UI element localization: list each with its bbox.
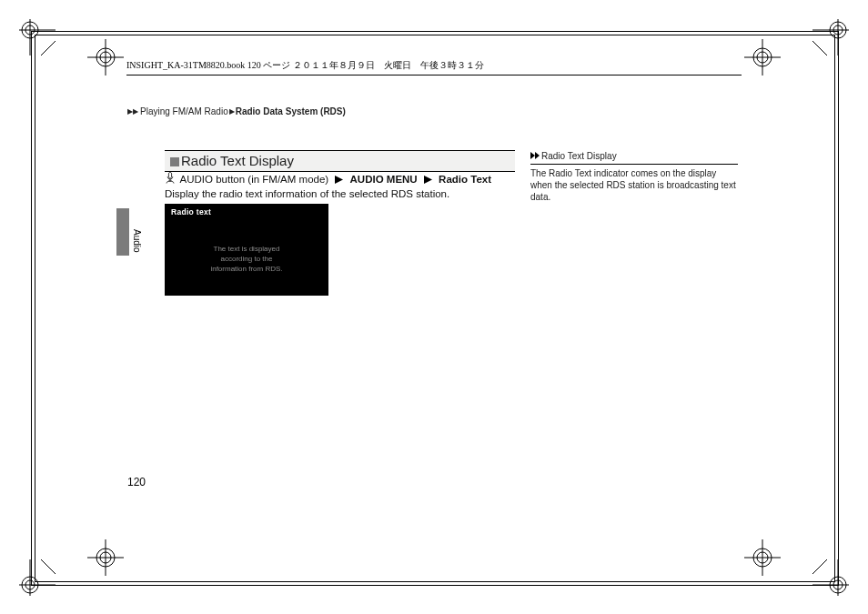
note-arrow-icon [530, 151, 540, 161]
breadcrumb-level-1: Playing FM/AM Radio [140, 106, 228, 116]
svg-marker-37 [424, 176, 432, 184]
sidebar-body-text: The Radio Text indicator comes on the di… [530, 167, 738, 203]
sidebar-heading: Radio Text Display [530, 151, 738, 165]
book-metadata-line: INSIGHT_KA-31TM8820.book 120 ページ ２０１１年８月… [126, 59, 742, 75]
triangle-right-icon [424, 175, 432, 186]
screenshot-label: Radio text [171, 207, 211, 216]
section-heading-text: Radio Text Display [181, 153, 294, 168]
procedure-line: AUDIO button (in FM/AM mode) AUDIO MENU … [165, 172, 491, 186]
breadcrumb: ▶▶Playing FM/AM Radio▶Radio Data System … [127, 106, 346, 116]
section-marker-icon [170, 157, 179, 166]
section-heading: Radio Text Display [165, 150, 515, 172]
screenshot-body: The text is displayed according to the i… [165, 244, 328, 274]
screenshot-line-1: The text is displayed [165, 244, 328, 254]
sidebar-heading-text: Radio Text Display [541, 151, 617, 161]
book-metadata-text: INSIGHT_KA-31TM8820.book 120 ページ ２０１１年８月… [126, 60, 484, 70]
display-screenshot: Radio text The text is displayed accordi… [165, 204, 328, 296]
procedure-step-2: Radio Text [439, 174, 491, 185]
screenshot-line-2: according to the [165, 254, 328, 264]
description-text: Display the radio text information of th… [165, 188, 449, 199]
procedure-step-1: AUDIO MENU [350, 174, 418, 185]
triangle-right-icon [335, 175, 343, 186]
svg-marker-38 [530, 152, 535, 159]
breadcrumb-arrow-icon: ▶ [229, 107, 235, 116]
breadcrumb-level-2: Radio Data System (RDS) [236, 106, 346, 116]
crop-border-inner [35, 35, 835, 582]
svg-marker-39 [535, 152, 540, 159]
screenshot-line-3: information from RDS. [165, 264, 328, 274]
breadcrumb-arrow-icon: ▶▶ [127, 107, 138, 116]
section-tab [116, 208, 129, 256]
page-root: INSIGHT_KA-31TM8820.book 120 ページ ２０１１年８月… [0, 0, 868, 614]
section-tab-label: Audio [132, 229, 142, 253]
procedure-pre-text: AUDIO button (in FM/AM mode) [177, 174, 331, 185]
audio-button-icon [165, 172, 176, 186]
page-number: 120 [127, 476, 146, 488]
svg-marker-36 [335, 176, 343, 184]
